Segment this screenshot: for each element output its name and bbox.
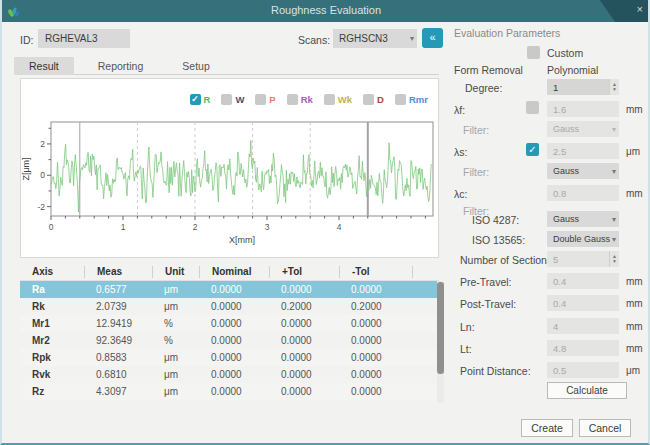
- collapse-panel-button[interactable]: «: [422, 28, 443, 48]
- legend-item-P[interactable]: P: [255, 94, 275, 105]
- legend-checkbox-Wk[interactable]: [324, 94, 335, 105]
- results-table: AxisMeasUnitNominal+Tol-Tol Ra0.6577μm0.…: [20, 263, 439, 400]
- cell-axis: Mr1: [20, 318, 84, 329]
- id-input[interactable]: [38, 29, 130, 48]
- degree-label: Degree:: [465, 82, 502, 94]
- lambda-f-filter-value: Gauss: [553, 124, 612, 134]
- cell-meas: 0.6577: [84, 284, 152, 295]
- column-header-axis[interactable]: Axis: [20, 266, 84, 278]
- iso-13565-label: ISO 13565:: [472, 234, 525, 246]
- svg-text:2: 2: [193, 222, 198, 232]
- tab-setup[interactable]: Setup: [167, 57, 224, 75]
- cell-axis: Rpk: [20, 352, 84, 363]
- cell-ntol: 0.0000: [339, 318, 412, 329]
- lambda-c-input[interactable]: [547, 185, 619, 201]
- table-row-Rz[interactable]: Rz4.3097μm0.00000.00000.0000: [20, 383, 439, 400]
- lambda-c-unit: mm: [626, 188, 643, 199]
- lambda-s-checkbox[interactable]: ✓: [526, 143, 539, 156]
- evaluation-parameters-title: Evaluation Parameters: [454, 27, 560, 39]
- legend-checkbox-Rk[interactable]: [287, 94, 298, 105]
- lt-label: Lt:: [460, 343, 472, 355]
- legend-checkbox-R[interactable]: ✓: [190, 94, 201, 105]
- close-icon[interactable]: ×: [637, 3, 643, 15]
- pre-travel-input[interactable]: [547, 273, 619, 289]
- results-table-body: Ra0.6577μm0.00000.00000.0000Rk2.0739μm0.…: [20, 281, 439, 400]
- legend-item-Rmr[interactable]: Rmr: [395, 94, 428, 105]
- roughness-profile-chart: 01234-202X[mm]Z[μm]: [21, 113, 440, 255]
- legend-checkbox-D[interactable]: [363, 94, 374, 105]
- legend-label-Rk: Rk: [301, 94, 313, 105]
- lt-input[interactable]: [547, 340, 619, 356]
- cell-axis: Rvk: [20, 369, 84, 380]
- post-travel-input[interactable]: [547, 295, 619, 311]
- sections-spin-buttons[interactable]: ▲▼: [609, 251, 619, 267]
- cell-ntol: 0.0000: [339, 386, 412, 397]
- legend-checkbox-Rmr[interactable]: [395, 94, 406, 105]
- cell-unit: %: [152, 318, 199, 329]
- column-header-nominal[interactable]: Nominal: [199, 266, 269, 278]
- title-bar: Roughness Evaluation ×: [0, 0, 650, 22]
- lambda-f-filter-dropdown[interactable]: Gauss ▾: [547, 121, 619, 137]
- table-row-Mr1[interactable]: Mr112.9419%0.00000.00000.0000: [20, 315, 439, 332]
- create-button[interactable]: Create: [521, 419, 573, 437]
- form-removal-label: Form Removal: [454, 64, 523, 76]
- svg-text:Z[μm]: Z[μm]: [21, 157, 31, 180]
- table-row-Rpk[interactable]: Rpk0.8583μm0.00000.00000.0000: [20, 349, 439, 366]
- cell-nominal: 0.0000: [199, 335, 269, 346]
- cancel-button[interactable]: Cancel: [579, 419, 631, 437]
- legend-item-D[interactable]: D: [363, 94, 384, 105]
- lambda-s-input[interactable]: [547, 143, 619, 159]
- ln-input[interactable]: [547, 318, 619, 334]
- legend-checkbox-P[interactable]: [255, 94, 266, 105]
- calculate-button[interactable]: Calculate: [547, 382, 627, 399]
- svg-text:3: 3: [265, 222, 270, 232]
- custom-label: Custom: [547, 47, 583, 59]
- legend-item-Rk[interactable]: Rk: [287, 94, 313, 105]
- column-header-meas[interactable]: Meas: [84, 266, 152, 278]
- iso-13565-dropdown[interactable]: Double Gauss ▾: [547, 231, 619, 247]
- table-scrollbar-thumb[interactable]: [437, 282, 444, 374]
- legend-checkbox-W[interactable]: [221, 94, 232, 105]
- id-label: ID:: [20, 34, 33, 46]
- degree-spin-buttons[interactable]: ▲▼: [609, 79, 619, 95]
- cell-meas: 12.9419: [84, 318, 152, 329]
- svg-text:0: 0: [40, 170, 45, 180]
- column-header-tol[interactable]: -Tol: [339, 266, 412, 278]
- legend-label-W: W: [235, 94, 244, 105]
- column-header-tol[interactable]: +Tol: [269, 266, 339, 278]
- tab-reporting[interactable]: Reporting: [83, 57, 159, 75]
- cell-nominal: 0.0000: [199, 386, 269, 397]
- table-row-Rvk[interactable]: Rvk0.6810μm0.00000.00000.0000: [20, 366, 439, 383]
- table-row-Mr2[interactable]: Mr292.3649%0.00000.00000.0000: [20, 332, 439, 349]
- lambda-f-checkbox[interactable]: [526, 101, 539, 114]
- lambda-f-input[interactable]: [547, 101, 619, 117]
- table-row-Rk[interactable]: Rk2.0739μm0.00000.20000.2000: [20, 298, 439, 315]
- lambda-s-filter-dropdown[interactable]: Gauss ▾: [547, 163, 619, 179]
- series-legend: ✓RWPRkWkDRmr: [190, 94, 428, 105]
- cell-unit: μm: [152, 386, 199, 397]
- cell-meas: 0.8583: [84, 352, 152, 363]
- iso-4287-dropdown[interactable]: Gauss ▾: [547, 211, 619, 227]
- table-row-Ra[interactable]: Ra0.6577μm0.00000.00000.0000: [20, 281, 439, 298]
- legend-label-P: P: [269, 94, 275, 105]
- legend-label-R: R: [204, 94, 211, 105]
- cell-axis: Rk: [20, 301, 84, 312]
- tab-result[interactable]: Result: [14, 57, 74, 75]
- cell-unit: μm: [152, 352, 199, 363]
- svg-text:0: 0: [49, 222, 54, 232]
- legend-item-R[interactable]: ✓R: [190, 94, 211, 105]
- scans-dropdown[interactable]: RGHSCN3 ▾: [333, 29, 417, 48]
- svg-text:4: 4: [337, 222, 342, 232]
- legend-item-W[interactable]: W: [221, 94, 244, 105]
- legend-item-Wk[interactable]: Wk: [324, 94, 352, 105]
- cell-unit: μm: [152, 369, 199, 380]
- column-header-unit[interactable]: Unit: [152, 266, 199, 278]
- cell-meas: 2.0739: [84, 301, 152, 312]
- scans-value: RGHSCN3: [339, 33, 410, 44]
- chevron-down-icon: ▾: [612, 235, 616, 244]
- point-distance-input[interactable]: [547, 362, 619, 378]
- legend-label-D: D: [377, 94, 384, 105]
- custom-checkbox[interactable]: [527, 46, 540, 59]
- cell-ntol: 0.0000: [339, 284, 412, 295]
- post-travel-label: Post-Travel:: [460, 298, 516, 310]
